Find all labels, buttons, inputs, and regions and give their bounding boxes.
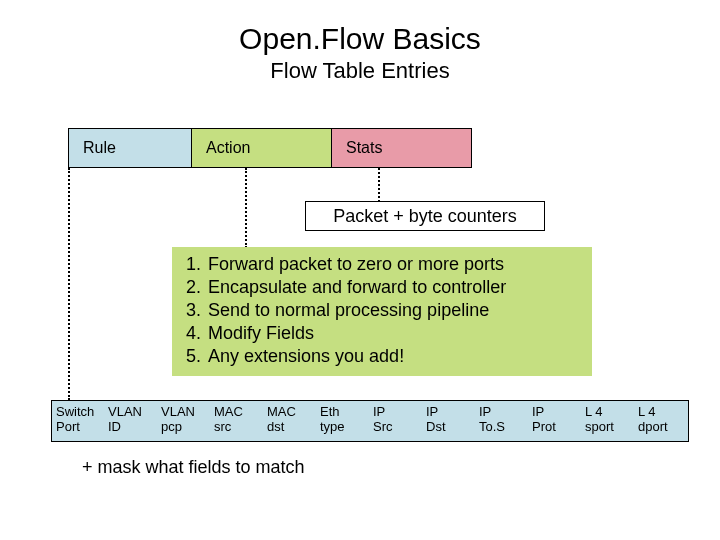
list-text: Any extensions you add!	[208, 345, 404, 368]
match-fields-row: Switch Port VLAN ID VLAN pcp MAC src MAC…	[51, 400, 689, 442]
list-item: 3.Send to normal processing pipeline	[186, 299, 578, 322]
field-switch-port: Switch Port	[52, 401, 104, 441]
list-num: 4.	[186, 322, 208, 345]
list-num: 3.	[186, 299, 208, 322]
list-item: 2.Encapsulate and forward to controller	[186, 276, 578, 299]
field-vlan-id: VLAN ID	[104, 401, 157, 441]
list-num: 2.	[186, 276, 208, 299]
field-vlan-pcp: VLAN pcp	[157, 401, 210, 441]
field-ip-tos: IP To.S	[475, 401, 528, 441]
stats-box: Stats	[332, 128, 472, 168]
field-mac-src: MAC src	[210, 401, 263, 441]
field-mac-dst: MAC dst	[263, 401, 316, 441]
action-box: Action	[192, 128, 332, 168]
rule-box: Rule	[68, 128, 192, 168]
list-num: 5.	[186, 345, 208, 368]
list-text: Encapsulate and forward to controller	[208, 276, 506, 299]
field-l4-sport: L 4 sport	[581, 401, 634, 441]
field-ip-src: IP Src	[369, 401, 422, 441]
connector-stats	[378, 168, 380, 202]
connector-rule	[68, 168, 70, 400]
list-item: 1.Forward packet to zero or more ports	[186, 253, 578, 276]
page-title: Open.Flow Basics	[0, 22, 720, 56]
page-subtitle: Flow Table Entries	[0, 58, 720, 84]
list-item: 5.Any extensions you add!	[186, 345, 578, 368]
field-ip-dst: IP Dst	[422, 401, 475, 441]
list-text: Send to normal processing pipeline	[208, 299, 489, 322]
field-ip-prot: IP Prot	[528, 401, 581, 441]
action-list: 1.Forward packet to zero or more ports 2…	[172, 247, 592, 376]
mask-note: + mask what fields to match	[82, 457, 305, 478]
list-text: Modify Fields	[208, 322, 314, 345]
entry-boxes: Rule Action Stats	[68, 128, 472, 168]
list-item: 4.Modify Fields	[186, 322, 578, 345]
connector-action	[245, 168, 247, 248]
list-text: Forward packet to zero or more ports	[208, 253, 504, 276]
list-num: 1.	[186, 253, 208, 276]
stats-detail: Packet + byte counters	[305, 201, 545, 231]
field-eth-type: Eth type	[316, 401, 369, 441]
field-l4-dport: L 4 dport	[634, 401, 687, 441]
